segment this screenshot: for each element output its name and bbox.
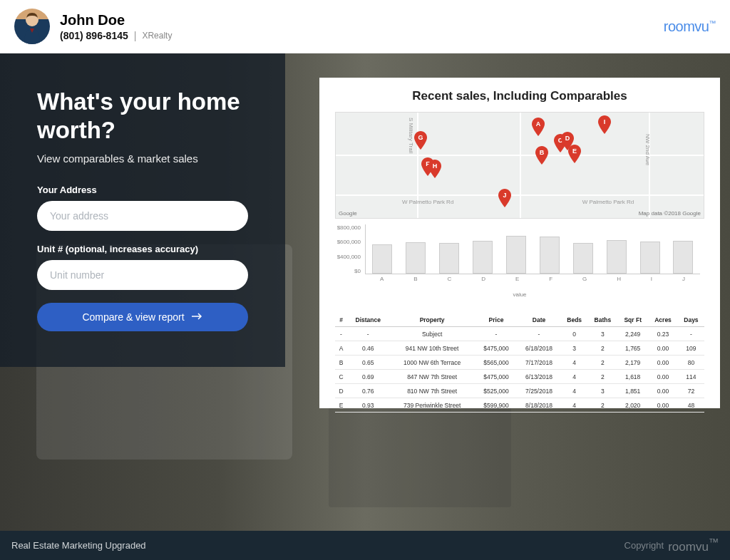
table-cell: 8/18/2018 — [517, 398, 561, 413]
table-cell: 1,765 — [617, 341, 648, 356]
chart-bar — [406, 242, 426, 274]
table-header: Price — [475, 313, 517, 327]
map-pin[interactable]: J — [498, 189, 511, 207]
address-input[interactable] — [37, 201, 248, 231]
table-cell: 0.76 — [347, 384, 389, 398]
table-cell: 114 — [678, 370, 704, 384]
footer-right: Copyright roomvu™ — [624, 536, 719, 554]
table-header: Acres — [648, 313, 678, 327]
agent-name: John Doe — [60, 12, 172, 28]
table-cell: - — [475, 327, 517, 341]
table-cell: 0.69 — [347, 370, 389, 384]
table-cell: 2,179 — [617, 356, 648, 370]
table-cell: 1,851 — [617, 384, 648, 398]
table-cell: 739 Periwinkle Street — [389, 398, 475, 413]
chart: $800,000$600,000$400,000$0 ABCDEFGHIJ — [335, 224, 704, 289]
chart-bar — [506, 236, 526, 274]
address-label: Your Address — [37, 185, 248, 195]
table-cell: 2 — [588, 370, 618, 384]
table-header-row: #DistancePropertyPriceDateBedsBathsSqr F… — [335, 313, 704, 327]
table-header: Date — [517, 313, 561, 327]
chart-y-axis: $800,000$600,000$400,000$0 — [335, 224, 361, 274]
chart-x-axis: ABCDEFGHIJ — [365, 276, 700, 282]
table-cell: - — [678, 327, 704, 341]
table-cell: 0.65 — [347, 356, 389, 370]
table-row: C0.69847 NW 7th Street$475,0006/13/20184… — [335, 370, 704, 384]
table-cell: 0.46 — [347, 341, 389, 356]
map-pin[interactable]: B — [535, 146, 548, 165]
table-cell: $565,000 — [475, 356, 517, 370]
form-title: What's your home worth? — [37, 88, 248, 144]
table-cell: 0.00 — [648, 370, 678, 384]
map-attribution: Google — [339, 210, 357, 217]
table-cell: 109 — [678, 341, 704, 356]
table-header: Sqr Ft — [617, 313, 648, 327]
footer-tagline: Real Estate Marketing Upgraded — [11, 540, 146, 551]
table-cell: 72 — [678, 384, 704, 398]
table-cell: $599,900 — [475, 398, 517, 413]
map[interactable]: S Military Trail W Palmetto Park Rd W Pa… — [335, 112, 704, 219]
unit-input[interactable] — [37, 260, 248, 290]
table-cell: $475,000 — [475, 341, 517, 356]
map-pin[interactable]: I — [598, 115, 611, 134]
table-cell: 810 NW 7th Street — [389, 384, 475, 398]
table-cell: 941 NW 10th Street — [389, 341, 475, 356]
table-cell: 1,618 — [617, 370, 648, 384]
compare-button[interactable]: Compare & view report — [37, 303, 248, 331]
map-pin[interactable]: G — [414, 131, 427, 150]
table-cell: E — [335, 398, 347, 413]
table-cell: 847 NW 7th Street — [389, 370, 475, 384]
table-cell: 3 — [561, 341, 588, 356]
table-cell: 0.00 — [648, 341, 678, 356]
table-cell: $525,000 — [475, 384, 517, 398]
table-header: Baths — [588, 313, 618, 327]
table-header: Distance — [347, 313, 389, 327]
table-cell: 2,249 — [617, 327, 648, 341]
svg-text:I: I — [603, 118, 605, 125]
chart-bar — [673, 241, 693, 274]
agent-company: XRealty — [142, 31, 172, 41]
svg-text:A: A — [536, 120, 541, 128]
map-pin[interactable]: H — [428, 160, 441, 178]
table-cell: 0.00 — [648, 398, 678, 413]
brand-logo[interactable]: roomvu™ — [664, 19, 716, 35]
table-cell: 3 — [588, 327, 618, 341]
map-pin[interactable]: A — [532, 118, 545, 136]
table-cell: 1000 NW 6th Terrace — [389, 356, 475, 370]
table-cell: 0.00 — [648, 356, 678, 370]
table-cell: 4 — [561, 384, 588, 398]
map-pin[interactable]: E — [568, 145, 581, 163]
hero: What's your home worth? View comparables… — [0, 53, 730, 531]
form-subtitle: View comparables & market sales — [37, 152, 248, 165]
map-road-label: W Palmetto Park Rd — [402, 199, 453, 205]
table-cell: 6/18/2018 — [517, 341, 561, 356]
table-header: # — [335, 313, 347, 327]
table-row: E0.93739 Periwinkle Street$599,9008/18/2… — [335, 398, 704, 413]
unit-label: Unit # (optional, increases accuracy) — [37, 244, 248, 254]
table-cell: 2 — [588, 398, 618, 413]
agent-phone[interactable]: (801) 896-8145 — [60, 30, 128, 41]
table-cell: 0.00 — [648, 384, 678, 398]
compare-button-label: Compare & view report — [82, 311, 184, 323]
table-cell: A — [335, 341, 347, 356]
table-header: Beds — [561, 313, 588, 327]
chart-bar — [439, 243, 459, 274]
table-cell: 7/25/2018 — [517, 384, 561, 398]
table-row: B0.651000 NW 6th Terrace$565,0007/17/201… — [335, 356, 704, 370]
table-cell: 4 — [561, 370, 588, 384]
svg-text:G: G — [418, 134, 423, 141]
table-cell: 4 — [561, 356, 588, 370]
svg-text:H: H — [433, 162, 438, 170]
table-cell: B — [335, 356, 347, 370]
table-cell: C — [335, 370, 347, 384]
svg-text:J: J — [503, 192, 507, 199]
report-panel: Recent sales, Including Comparables S Mi… — [319, 78, 720, 408]
table-header: Days — [678, 313, 704, 327]
chart-bar — [372, 244, 392, 274]
comparables-table: #DistancePropertyPriceDateBedsBathsSqr F… — [335, 313, 704, 413]
table-cell: 2 — [588, 341, 618, 356]
table-row: --Subject--032,2490.23- — [335, 327, 704, 341]
chart-x-title: value — [335, 291, 704, 298]
chart-bar — [540, 237, 560, 274]
map-attribution: Map data ©2018 Google — [639, 210, 701, 217]
